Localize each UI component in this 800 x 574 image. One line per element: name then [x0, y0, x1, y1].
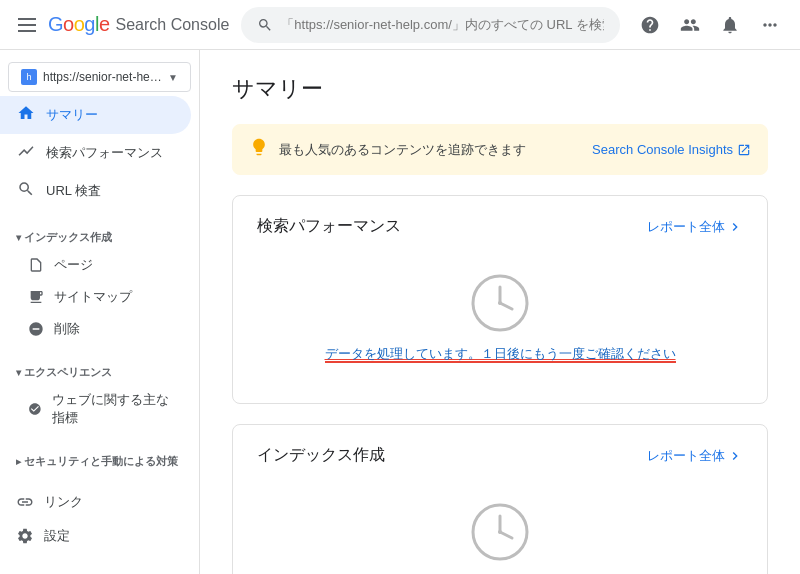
bell-icon[interactable] [712, 7, 748, 43]
search-icon [257, 17, 273, 33]
info-banner: 最も人気のあるコンテンツを追跡できます Search Console Insig… [232, 124, 768, 175]
chevron-right-icon [727, 219, 743, 235]
header-icons [632, 7, 788, 43]
sidebar-label-search-performance: 検索パフォーマンス [46, 144, 163, 162]
sidebar-item-sitemap[interactable]: サイトマップ [0, 281, 191, 313]
help-icon[interactable] [632, 7, 668, 43]
search-console-insights-link[interactable]: Search Console Insights [592, 142, 751, 157]
search-performance-icon [16, 142, 36, 164]
clock-icon-index [470, 502, 530, 562]
search-performance-title: 検索パフォーマンス [257, 216, 401, 237]
apps-icon[interactable] [752, 7, 788, 43]
site-selector[interactable]: h https://senior-net-help.... ▼ [8, 62, 191, 92]
site-name: https://senior-net-help.... [43, 70, 162, 84]
menu-icon[interactable] [12, 12, 42, 38]
search-performance-card-body: データを処理しています。１日後にもう一度ご確認ください [257, 253, 743, 383]
svg-point-7 [498, 530, 502, 534]
removal-icon [28, 321, 44, 337]
main-content: サマリー 最も人気のあるコンテンツを追跡できます Search Console … [200, 50, 800, 574]
sidebar-item-removal[interactable]: 削除 [0, 313, 191, 345]
index-card-header: インデックス作成 レポート全体 [257, 445, 743, 466]
web-vitals-icon [28, 401, 42, 417]
sidebar-item-link[interactable]: リンク [0, 485, 191, 519]
sidebar-item-web-vitals[interactable]: ウェブに関する主な指標 [0, 384, 191, 434]
sidebar-label-removal: 削除 [54, 320, 80, 338]
svg-line-6 [500, 532, 512, 538]
sidebar-label-summary: サマリー [46, 106, 98, 124]
index-title: インデックス作成 [257, 445, 385, 466]
sidebar-item-page[interactable]: ページ [0, 249, 191, 281]
index-card: インデックス作成 レポート全体 データを処理しています。１日後にもう一度ご確認く… [232, 424, 768, 574]
page-icon [28, 257, 44, 273]
index-section-label: ▾ インデックス作成 [0, 222, 199, 249]
sidebar-item-summary[interactable]: サマリー [0, 96, 191, 134]
chevron-down-icon: ▼ [168, 72, 178, 83]
home-icon [16, 104, 36, 126]
chevron-right-icon-2 [727, 448, 743, 464]
app-title: Search Console [116, 16, 230, 34]
layout: h https://senior-net-help.... ▼ サマリー 検索パ… [0, 50, 800, 574]
svg-line-2 [500, 303, 512, 309]
info-banner-text: 最も人気のあるコンテンツを追跡できます [279, 141, 582, 159]
sidebar-bottom: フィードバックを送信 Search Console の概要 プライバシー 利用規… [0, 565, 199, 574]
search-performance-report-link[interactable]: レポート全体 [647, 218, 743, 236]
header: Google Search Console [0, 0, 800, 50]
url-inspection-icon [16, 180, 36, 202]
google-logo: Google [48, 13, 110, 36]
security-section-label: ▸ セキュリティと手動による対策 [0, 446, 199, 473]
expand-icon: ▾ [16, 232, 21, 243]
sidebar-label-settings: 設定 [44, 527, 70, 545]
site-favicon: h [21, 69, 37, 85]
search-performance-card: 検索パフォーマンス レポート全体 データを処理しています。１日後にもう一度ご確認… [232, 195, 768, 404]
sidebar-item-search-performance[interactable]: 検索パフォーマンス [0, 134, 191, 172]
clock-icon-search [470, 273, 530, 333]
accounts-icon[interactable] [672, 7, 708, 43]
sitemap-icon [28, 289, 44, 305]
search-processing-text: データを処理しています。１日後にもう一度ご確認ください [325, 345, 676, 363]
bulb-icon [249, 137, 269, 162]
sidebar-label-link: リンク [44, 493, 83, 511]
sidebar-item-settings[interactable]: 設定 [0, 519, 191, 553]
settings-icon [16, 527, 34, 545]
experience-section-label: ▾ エクスペリエンス [0, 357, 199, 384]
sidebar-label-page: ページ [54, 256, 93, 274]
sidebar-label-sitemap: サイトマップ [54, 288, 132, 306]
link-icon [16, 493, 34, 511]
sidebar-item-url-inspection[interactable]: URL 検査 [0, 172, 191, 210]
index-card-body: データを処理しています。１日後にもう一度ご確認ください [257, 482, 743, 574]
search-performance-card-header: 検索パフォーマンス レポート全体 [257, 216, 743, 237]
sidebar-label-web-vitals: ウェブに関する主な指標 [52, 391, 175, 427]
external-link-icon [737, 143, 751, 157]
search-bar[interactable] [241, 7, 620, 43]
search-input[interactable] [281, 17, 604, 32]
sidebar: h https://senior-net-help.... ▼ サマリー 検索パ… [0, 50, 200, 574]
page-title: サマリー [232, 74, 768, 104]
index-report-link[interactable]: レポート全体 [647, 447, 743, 465]
header-logo: Google Search Console [12, 12, 229, 38]
sidebar-label-url-inspection: URL 検査 [46, 182, 101, 200]
svg-point-3 [498, 301, 502, 305]
